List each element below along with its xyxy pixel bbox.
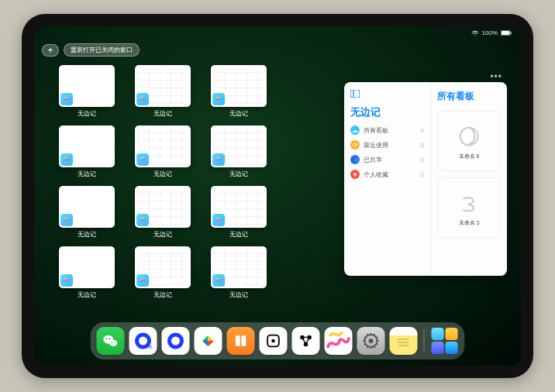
window-label: 无边记 — [153, 230, 172, 239]
sidebar-item-label: 所有看板 — [364, 126, 388, 135]
svg-line-33 — [376, 337, 377, 338]
sidebar-item[interactable]: ⟳最近使用0 — [350, 140, 424, 150]
freeform-app-icon — [60, 93, 73, 105]
window-thumbnail[interactable]: 无边记 — [135, 126, 191, 178]
sidebar-item-icon: ♥ — [350, 170, 360, 179]
svg-line-24 — [374, 346, 375, 348]
svg-rect-1 — [502, 31, 509, 35]
dock-app-books[interactable] — [227, 327, 255, 355]
window-preview — [135, 126, 191, 167]
window-preview — [135, 246, 191, 288]
dock-recent-apps[interactable] — [431, 327, 459, 355]
sidebar-item[interactable]: ♥个人收藏0 — [350, 170, 424, 179]
freeform-app-icon — [60, 214, 73, 226]
panel-main: 所有看板 未命名 6未命名 3 — [431, 82, 507, 276]
window-preview — [211, 246, 267, 288]
sidebar-item[interactable]: 👥已共享0 — [350, 155, 424, 164]
dock-app-play[interactable] — [195, 327, 222, 355]
window-label: 无边记 — [78, 230, 96, 239]
board-thumbnail[interactable]: 未命名 3 — [437, 177, 501, 238]
dock-app-dice[interactable] — [260, 327, 288, 355]
window-thumbnail[interactable]: 无边记 — [211, 126, 267, 178]
dock-app-freeform[interactable] — [325, 327, 353, 355]
sidebar-item-icon: ⟳ — [350, 140, 360, 150]
window-label: 无边记 — [78, 170, 96, 178]
freeform-app-icon — [60, 274, 73, 287]
status-bar: 100% — [471, 29, 512, 36]
svg-text:HD: HD — [148, 345, 153, 349]
new-window-button[interactable]: + — [42, 44, 59, 57]
battery-icon — [501, 30, 512, 36]
freeform-app-icon — [212, 93, 225, 105]
window-preview — [59, 65, 115, 107]
board-preview — [454, 188, 484, 218]
window-thumbnail[interactable]: 无边记 — [135, 186, 191, 239]
svg-line-23 — [376, 344, 377, 345]
freeform-app-icon — [136, 93, 149, 105]
dock-app-quark-hd[interactable]: HD — [129, 327, 157, 355]
window-preview — [59, 186, 115, 228]
sidebar-item-icon: ☁ — [350, 126, 360, 135]
svg-line-26 — [367, 346, 368, 348]
dock-app-notes[interactable] — [390, 327, 418, 355]
window-preview — [135, 65, 191, 107]
sidebar-item-label: 个人收藏 — [364, 170, 388, 179]
sidebar-toggle-icon[interactable] — [350, 90, 424, 99]
window-preview — [59, 246, 115, 288]
svg-rect-2 — [511, 32, 512, 34]
window-thumbnail[interactable]: 无边记 — [59, 65, 115, 118]
svg-point-21 — [369, 339, 374, 343]
window-label: 无边记 — [229, 109, 248, 118]
dock-app-quark[interactable] — [162, 327, 190, 355]
board-name: 未命名 3 — [459, 219, 480, 227]
freeform-sidebar-panel[interactable]: ••• 无边记 ☁所有看板0⟳最近使用0👥已共享0♥个人收藏0 所有看板 未命名… — [344, 82, 507, 276]
sidebar-item[interactable]: ☁所有看板0 — [350, 126, 424, 135]
window-preview — [211, 126, 267, 167]
window-label: 无边记 — [153, 170, 172, 178]
freeform-app-icon — [136, 274, 149, 287]
sidebar-item-label: 最近使用 — [364, 141, 388, 150]
svg-point-8 — [106, 338, 108, 339]
dock-app-connect[interactable] — [292, 327, 320, 355]
sidebar-item-count: 0 — [421, 127, 424, 134]
window-thumbnail[interactable]: 无边记 — [135, 65, 191, 118]
ipad-frame: 100% + 重新打开已关闭的窗口 无边记无边记无边记无边记无边记无边记无边记无… — [22, 14, 533, 378]
window-label: 无边记 — [229, 230, 248, 239]
window-thumbnail[interactable]: 无边记 — [211, 186, 267, 239]
window-thumbnail[interactable]: 无边记 — [211, 65, 267, 118]
window-options-icon[interactable]: ••• — [490, 71, 502, 82]
reopen-closed-window-button[interactable]: 重新打开已关闭的窗口 — [64, 43, 140, 57]
window-preview — [135, 186, 191, 228]
svg-point-14 — [170, 335, 182, 347]
dock: HD — [91, 322, 465, 359]
dock-app-settings[interactable] — [357, 327, 385, 355]
screen: 100% + 重新打开已关闭的窗口 无边记无边记无边记无边记无边记无边记无边记无… — [34, 26, 521, 366]
panel-right-title: 所有看板 — [437, 90, 501, 103]
svg-line-29 — [364, 337, 366, 338]
sidebar-item-count: 0 — [421, 156, 424, 163]
freeform-app-icon — [212, 153, 225, 166]
freeform-app-icon — [212, 274, 225, 287]
svg-point-16 — [271, 339, 275, 343]
window-label: 无边记 — [229, 170, 248, 178]
board-preview — [454, 122, 484, 151]
wifi-icon — [471, 30, 479, 36]
window-thumbnail[interactable]: 无边记 — [59, 126, 115, 178]
dock-app-wechat[interactable] — [97, 327, 125, 355]
svg-line-30 — [367, 334, 368, 335]
svg-point-9 — [109, 338, 111, 339]
panel-title: 无边记 — [350, 105, 424, 119]
sidebar-item-icon: 👥 — [350, 155, 360, 164]
panel-sidebar: 无边记 ☁所有看板0⟳最近使用0👥已共享0♥个人收藏0 — [344, 82, 431, 276]
svg-rect-3 — [350, 90, 360, 98]
window-thumbnail[interactable]: 无边记 — [211, 246, 267, 299]
sidebar-item-label: 已共享 — [364, 156, 382, 164]
freeform-app-icon — [136, 153, 149, 166]
battery-text: 100% — [482, 29, 498, 36]
board-thumbnail[interactable]: 未命名 6 — [437, 111, 501, 171]
window-label: 无边记 — [153, 109, 172, 118]
window-thumbnail[interactable]: 无边记 — [59, 186, 115, 239]
window-thumbnail[interactable]: 无边记 — [59, 246, 115, 299]
window-thumbnail[interactable]: 无边记 — [135, 246, 191, 299]
freeform-app-icon — [60, 153, 73, 166]
